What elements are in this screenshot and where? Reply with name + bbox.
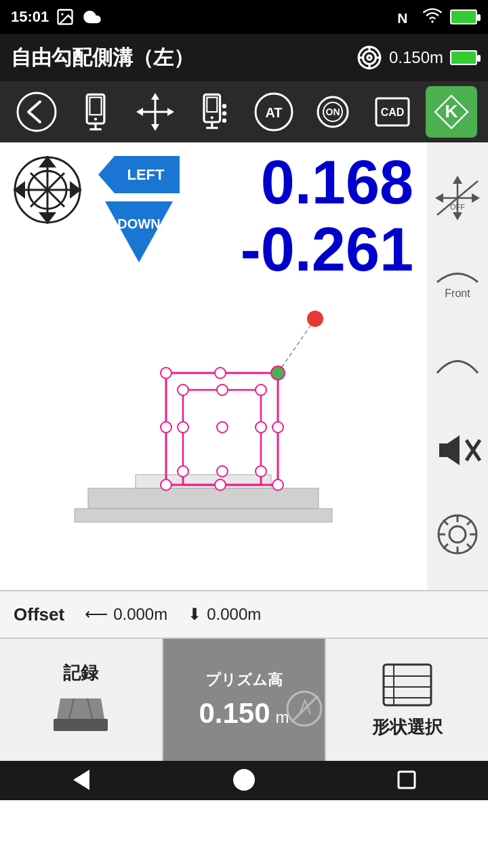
device-dots-button[interactable] — [188, 86, 240, 138]
svg-point-70 — [217, 384, 228, 395]
back-nav-button[interactable] — [61, 766, 102, 793]
svg-marker-22 — [167, 108, 174, 116]
svg-point-25 — [211, 116, 214, 119]
svg-text:Front: Front — [445, 288, 470, 299]
prism-value: 0.150 — [199, 697, 270, 730]
left-panel: LEFT DOWN 0.168 -0.261 — [0, 142, 427, 590]
svg-point-3 — [431, 20, 434, 23]
home-nav-button[interactable] — [224, 766, 264, 793]
svg-point-66 — [161, 479, 171, 490]
svg-marker-111 — [73, 770, 89, 790]
direction-arrows: LEFT DOWN — [98, 156, 180, 262]
record-label: 記録 — [63, 661, 98, 685]
right-panel: OFF Front — [427, 142, 488, 590]
svg-text:OFF: OFF — [450, 203, 465, 211]
svg-point-74 — [256, 422, 266, 433]
title-bar: 自由勾配側溝（左） 0.150m — [0, 34, 488, 81]
cross-target-icon — [10, 153, 85, 230]
back-button[interactable] — [11, 86, 62, 138]
status-bar: 15:01 N — [0, 0, 488, 34]
svg-rect-106 — [384, 665, 431, 705]
svg-text:N: N — [397, 10, 407, 26]
value-positive: 0.168 — [241, 149, 413, 216]
svg-point-11 — [18, 93, 56, 131]
nfc-icon: N — [396, 7, 415, 26]
battery-icon — [450, 9, 477, 24]
svg-rect-13 — [90, 98, 102, 115]
image-icon — [56, 7, 75, 26]
move-button[interactable] — [129, 86, 181, 138]
down-arrow: DOWN — [105, 201, 173, 262]
value-display: 0.168 -0.261 — [241, 149, 413, 283]
svg-point-30 — [222, 119, 226, 123]
svg-line-55 — [278, 319, 315, 373]
value-negative: -0.261 — [241, 216, 413, 283]
nav-bar — [0, 760, 488, 800]
record-button[interactable]: 記録 — [0, 639, 163, 761]
svg-rect-54 — [136, 475, 271, 488]
device-button[interactable] — [70, 86, 121, 138]
svg-marker-83 — [472, 193, 480, 203]
svg-point-6 — [367, 56, 371, 60]
toolbar: AT ON CAD K — [0, 81, 488, 142]
shape-select-button[interactable]: 形状選択 — [326, 639, 488, 761]
svg-point-75 — [178, 466, 188, 477]
svg-point-77 — [256, 466, 266, 477]
svg-point-29 — [222, 111, 226, 115]
move-off-button[interactable]: OFF — [430, 171, 485, 225]
prism-height-button[interactable]: プリズム高 0.150 m — [163, 639, 327, 761]
on-button[interactable]: ON — [307, 86, 359, 138]
svg-point-56 — [307, 311, 323, 327]
left-arrow: LEFT — [98, 156, 180, 193]
front-view-button[interactable]: Front — [430, 255, 485, 309]
offset-label: Offset — [14, 604, 64, 625]
svg-marker-82 — [435, 193, 443, 203]
svg-point-5 — [363, 52, 375, 64]
svg-marker-20 — [151, 124, 159, 131]
svg-point-76 — [217, 466, 228, 477]
svg-text:CAD: CAD — [380, 106, 404, 118]
svg-text:DOWN: DOWN — [117, 216, 160, 231]
svg-point-64 — [161, 422, 171, 433]
svg-rect-53 — [75, 509, 332, 522]
svg-point-71 — [256, 384, 266, 395]
svg-text:K: K — [445, 101, 458, 121]
svg-rect-100 — [54, 719, 108, 731]
cloud-icon — [81, 7, 103, 26]
svg-marker-87 — [439, 435, 460, 465]
bottom-buttons: 記録 プリズム高 0.150 m 形状選択 — [0, 637, 488, 760]
cad-drawing — [0, 292, 420, 563]
svg-point-112 — [233, 769, 255, 791]
svg-point-65 — [272, 422, 283, 433]
offset-horizontal: ⟵ 0.000m — [85, 605, 167, 624]
curve-button[interactable] — [430, 339, 485, 393]
svg-point-14 — [94, 118, 97, 121]
k-button[interactable]: K — [426, 86, 477, 138]
at-button[interactable]: AT — [248, 86, 300, 138]
cad-button[interactable]: CAD — [367, 86, 418, 138]
svg-point-67 — [215, 479, 226, 490]
shape-icon — [380, 661, 434, 709]
settings-button[interactable] — [430, 507, 485, 561]
distance-display: 0.150m — [389, 48, 443, 67]
offset-vertical: ⬇ 0.000m — [188, 605, 261, 624]
svg-point-72 — [178, 422, 188, 433]
battery-display — [450, 50, 477, 65]
svg-marker-21 — [136, 108, 143, 116]
shape-label: 形状選択 — [372, 715, 443, 739]
svg-marker-80 — [453, 176, 462, 184]
svg-rect-52 — [88, 488, 319, 509]
no-edit-icon — [286, 690, 323, 728]
page-title: 自由勾配側溝（左） — [11, 44, 194, 72]
svg-point-68 — [272, 479, 283, 490]
svg-point-62 — [215, 368, 226, 378]
svg-rect-113 — [399, 772, 415, 788]
svg-point-61 — [161, 368, 171, 378]
mute-button[interactable] — [430, 423, 485, 477]
wifi-icon — [422, 7, 443, 26]
main-area: LEFT DOWN 0.168 -0.261 — [0, 142, 488, 590]
svg-text:AT: AT — [265, 105, 282, 120]
svg-point-1 — [61, 13, 64, 16]
svg-marker-50 — [105, 201, 173, 262]
recents-nav-button[interactable] — [386, 766, 427, 793]
